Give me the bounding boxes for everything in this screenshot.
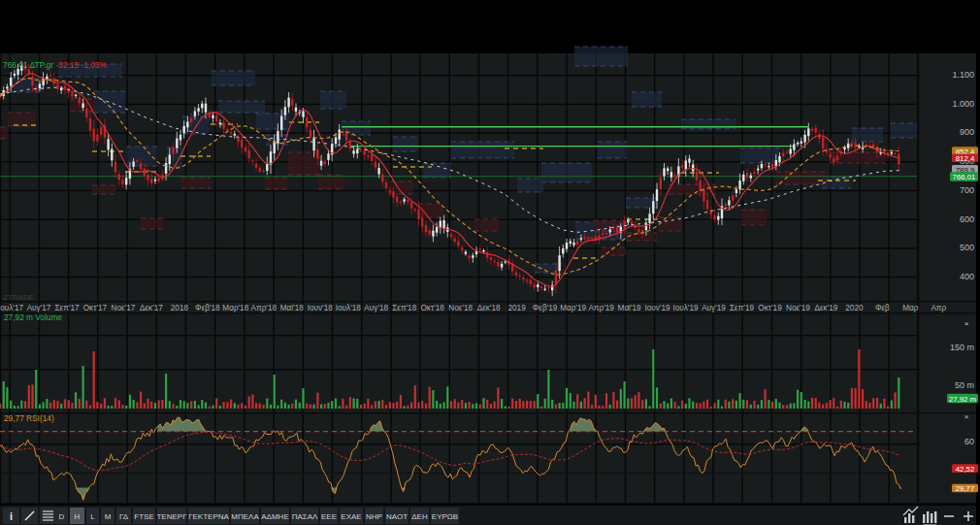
svg-text:Απρ'18: Απρ'18 (251, 304, 278, 312)
svg-text:M: M (105, 512, 112, 521)
svg-text:600: 600 (960, 214, 974, 224)
svg-text:Οκτ'19: Οκτ'19 (758, 304, 782, 312)
svg-text:ΓΔ: ΓΔ (119, 512, 129, 521)
svg-text:Μαρ: Μαρ (902, 304, 919, 312)
svg-text:Ιουλ'19: Ιουλ'19 (672, 304, 699, 312)
svg-text:Ιουλ'18: Ιουλ'18 (336, 304, 362, 312)
svg-text:Μαρ'18: Μαρ'18 (222, 304, 248, 312)
svg-text:812,4: 812,4 (956, 154, 975, 163)
svg-text:Σεπ'17: Σεπ'17 (54, 304, 79, 312)
svg-text:Φεβ'18: Φεβ'18 (195, 304, 220, 312)
svg-text:ΓΕΚΤΕΡΝΑ: ΓΕΚΤΕΡΝΑ (188, 512, 229, 521)
svg-text:Μαϊ'18: Μαϊ'18 (280, 304, 304, 312)
svg-text:Δεκ'19: Δεκ'19 (814, 304, 837, 312)
svg-text:Οκτ'18: Οκτ'18 (421, 304, 445, 312)
svg-text:ΕΕΕ: ΕΕΕ (321, 512, 337, 521)
svg-text:500: 500 (960, 243, 974, 252)
svg-text:29,77: 29,77 (956, 484, 975, 493)
svg-text:2018: 2018 (171, 304, 189, 312)
svg-text:H: H (75, 512, 81, 521)
svg-text:Νοε'18: Νοε'18 (448, 304, 473, 312)
svg-text:50 m: 50 m (955, 380, 974, 390)
svg-text:766,01: 766,01 (953, 173, 976, 181)
svg-text:Ιουλ'17: Ιουλ'17 (0, 304, 23, 312)
svg-text:FTSE: FTSE (134, 512, 153, 521)
svg-text:Ιουν'19: Ιουν'19 (644, 304, 670, 312)
svg-text:Φεβ: Φεβ (875, 304, 890, 312)
svg-text:Φεβ'19: Φεβ'19 (533, 304, 558, 312)
svg-text:27,92 m: 27,92 m (949, 395, 976, 404)
svg-text:27,92 m Volume: 27,92 m Volume (4, 312, 62, 322)
svg-text:Αυγ'18: Αυγ'18 (364, 304, 388, 312)
svg-text:Σεπ'18: Σεπ'18 (392, 304, 416, 312)
svg-text:1.000: 1.000 (952, 99, 974, 109)
svg-text:2020: 2020 (845, 304, 864, 312)
svg-text:ΕΧΑΕ: ΕΧΑΕ (341, 512, 361, 521)
svg-text:60: 60 (964, 437, 974, 446)
svg-text:Αυγ'17: Αυγ'17 (27, 304, 51, 312)
svg-text:×: × (964, 412, 969, 421)
svg-text:Δεκ'17: Δεκ'17 (140, 304, 163, 312)
svg-text:ΔΕΗ: ΔΕΗ (411, 512, 428, 521)
svg-text:Οκτ'17: Οκτ'17 (83, 304, 108, 312)
svg-text:29,77 RSI(14): 29,77 RSI(14) (4, 413, 54, 423)
svg-text:ΕΥΡΩΒ: ΕΥΡΩΒ (432, 512, 458, 521)
svg-text:150 m: 150 m (950, 343, 974, 352)
svg-text:Νοε'19: Νοε'19 (786, 304, 810, 312)
svg-text:ΠΑΣΑΛ: ΠΑΣΑΛ (292, 512, 318, 521)
svg-text:766,01 ΔΤΡ.gr -32,15 -1,03%: 766,01 ΔΤΡ.gr -32,15 -1,03% (3, 60, 107, 70)
svg-text:Αυγ'19: Αυγ'19 (702, 304, 726, 312)
svg-text:Νοε'17: Νοε'17 (112, 304, 136, 312)
svg-text:400: 400 (960, 272, 974, 281)
svg-text:2019: 2019 (507, 304, 526, 312)
svg-text:1.100: 1.100 (952, 70, 974, 80)
svg-text:ΜΠΕΛΑ: ΜΠΕΛΑ (231, 512, 259, 521)
svg-text:i: i (10, 510, 13, 522)
svg-text:900: 900 (960, 127, 974, 137)
svg-text:ΤΕΝΕΡΓ: ΤΕΝΕΡΓ (156, 512, 187, 521)
svg-text:ΝΗΡ: ΝΗΡ (366, 512, 382, 521)
svg-text:ZTRADE: ZTRADE (3, 293, 34, 302)
svg-text:L: L (90, 512, 95, 521)
svg-text:Μαρ'19: Μαρ'19 (560, 304, 586, 312)
svg-text:Απρ: Απρ (931, 304, 946, 312)
svg-text:D: D (59, 512, 65, 521)
svg-text:700: 700 (960, 185, 974, 195)
svg-text:Ιουν'18: Ιουν'18 (308, 304, 334, 312)
svg-text:42,52: 42,52 (956, 465, 975, 474)
svg-text:Απρ'19: Απρ'19 (588, 304, 614, 312)
svg-text:Σεπ'19: Σεπ'19 (730, 304, 754, 312)
svg-text:×: × (964, 319, 969, 328)
svg-text:Μαϊ'19: Μαϊ'19 (618, 304, 641, 312)
svg-text:Δεκ'18: Δεκ'18 (477, 304, 501, 312)
svg-text:ΝΑΟΤ: ΝΑΟΤ (386, 512, 408, 521)
svg-text:ΑΔΜΗΕ: ΑΔΜΗΕ (261, 512, 288, 521)
